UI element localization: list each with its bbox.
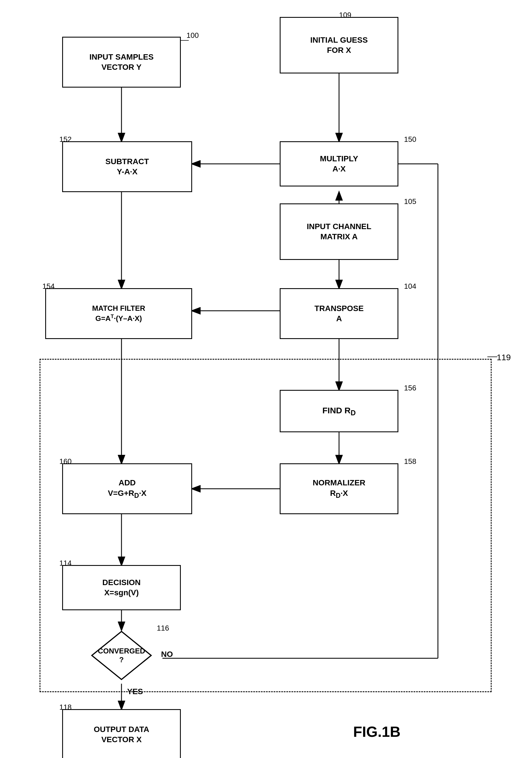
add-label: ADDV=G+RD·X (108, 478, 147, 500)
ref-152: 152 (59, 135, 71, 144)
transpose-box: TRANSPOSEA (280, 288, 398, 339)
ref-114: 114 (59, 559, 71, 568)
output-data-box: OUTPUT DATAVECTOR X (62, 709, 181, 758)
add-box: ADDV=G+RD·X (62, 463, 192, 514)
initial-guess-box: INITIAL GUESSFOR X (280, 17, 398, 73)
converged-diamond: CONVERGED? (90, 630, 153, 681)
decision-label: DECISIONX=sgn(V) (102, 577, 140, 598)
input-channel-box: INPUT CHANNELMATRIX A (280, 203, 398, 260)
ref-158: 158 (404, 457, 416, 466)
ref-116: 116 (157, 624, 169, 633)
normalizer-label: NORMALIZERRD·X (313, 478, 366, 500)
no-label: NO (161, 650, 173, 659)
transpose-label: TRANSPOSEA (314, 303, 364, 324)
multiply-label: MULTIPLYA·X (320, 154, 358, 174)
ref-105: 105 (404, 197, 416, 206)
find-rd-box: FIND RD (280, 390, 398, 432)
ref-119-line (486, 353, 500, 361)
multiply-box: MULTIPLYA·X (280, 141, 398, 187)
ref-109: 109 (339, 11, 351, 19)
match-filter-label: MATCH FILTERG=AT·(Y–A·X) (92, 304, 145, 323)
input-samples-label: INPUT SAMPLESVECTOR Y (89, 52, 154, 73)
ref-104: 104 (404, 282, 416, 291)
yes-label: YES (127, 687, 143, 696)
ref-156: 156 (404, 384, 416, 393)
initial-guess-label: INITIAL GUESSFOR X (310, 35, 368, 56)
input-samples-box: INPUT SAMPLESVECTOR Y (62, 37, 181, 87)
match-filter-box: MATCH FILTERG=AT·(Y–A·X) (45, 288, 192, 339)
input-channel-label: INPUT CHANNELMATRIX A (307, 222, 372, 242)
decision-box: DECISIONX=sgn(V) (62, 565, 181, 610)
subtract-box: SUBTRACTY-A·X (62, 141, 192, 192)
subtract-label: SUBTRACTY-A·X (105, 156, 149, 177)
ref-154: 154 (42, 282, 54, 291)
ref-160: 160 (59, 457, 71, 466)
ref-100-dash: — (181, 35, 189, 44)
ref-150: 150 (404, 135, 416, 144)
ref-118: 118 (59, 703, 71, 712)
figure-label: FIG.1B (353, 723, 401, 740)
output-data-label: OUTPUT DATAVECTOR X (94, 724, 150, 745)
find-rd-label: FIND RD (322, 405, 356, 418)
converged-label: CONVERGED? (98, 647, 145, 664)
normalizer-box: NORMALIZERRD·X (280, 463, 398, 514)
diagram-container: INPUT SAMPLESVECTOR Y 100 — INITIAL GUES… (0, 0, 532, 758)
